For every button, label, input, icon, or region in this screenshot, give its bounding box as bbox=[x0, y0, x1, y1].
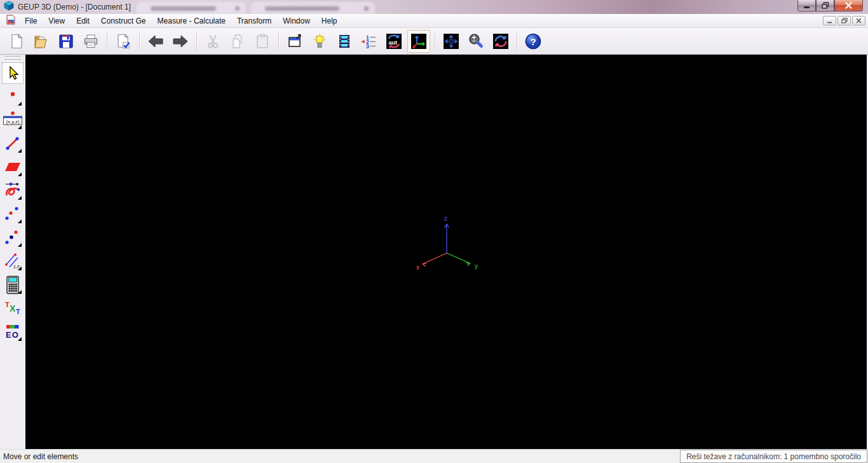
document-minimize-button[interactable] bbox=[823, 16, 836, 25]
zoom-view-button[interactable] bbox=[465, 30, 487, 53]
paste-button[interactable] bbox=[251, 30, 274, 53]
menu-bar: File View Edit Construct Ge Measure - Ca… bbox=[0, 14, 868, 28]
plane-tool-button[interactable] bbox=[2, 156, 24, 178]
document-restore-button[interactable] bbox=[837, 16, 851, 25]
new-document-button[interactable] bbox=[5, 30, 28, 53]
appearance-tool-button[interactable]: EO bbox=[2, 321, 24, 343]
menu-item-edit[interactable]: Edit bbox=[71, 15, 95, 27]
help-button[interactable]: ? bbox=[522, 30, 545, 53]
app-cube-icon bbox=[4, 1, 14, 13]
text-label-t1: T bbox=[5, 301, 10, 308]
window-title: GEUP 3D (Demo) - [Document 1] bbox=[18, 3, 131, 11]
hint-light-button[interactable] bbox=[308, 30, 331, 53]
menu-item-construct[interactable]: Construct Ge bbox=[95, 15, 152, 27]
x-axis bbox=[423, 253, 447, 266]
geup-3d-window: GEUP 3D (Demo) - [Document 1] bbox=[0, 0, 868, 463]
copy-button[interactable] bbox=[226, 30, 249, 53]
midpoint-tool-button[interactable] bbox=[2, 227, 24, 249]
print-button[interactable] bbox=[79, 30, 102, 53]
side-toolbar: (x,y,z) bbox=[0, 55, 25, 449]
curve-icon bbox=[4, 181, 22, 200]
film-strip-icon bbox=[336, 33, 353, 50]
document-close-button[interactable] bbox=[852, 16, 865, 25]
cut-scissors-icon bbox=[205, 33, 221, 50]
system-notification[interactable]: Reši težave z računalnikom: 1 pomembno s… bbox=[680, 450, 867, 463]
menu-item-help[interactable]: Help bbox=[316, 15, 343, 27]
blurred-tab-close-icon bbox=[235, 6, 240, 11]
undo-button[interactable] bbox=[144, 30, 167, 53]
measurement-lines-icon: 1.0 bbox=[4, 252, 22, 270]
calculator-tool-button[interactable] bbox=[2, 274, 24, 296]
close-button[interactable] bbox=[834, 0, 863, 11]
pan-arrows-icon bbox=[443, 33, 459, 50]
select-cursor-icon bbox=[5, 66, 20, 81]
light-bulb-icon bbox=[311, 33, 328, 50]
status-message: Move or edit elements bbox=[0, 452, 78, 461]
midpoint-points-icon bbox=[4, 229, 21, 247]
open-button[interactable] bbox=[30, 30, 53, 53]
point-tool-button[interactable] bbox=[2, 86, 24, 107]
restore-button[interactable] bbox=[816, 0, 834, 11]
minimize-icon bbox=[827, 18, 832, 24]
intersection-tool-button[interactable] bbox=[2, 204, 24, 225]
construction-protocol-button[interactable]: 1 2 3 bbox=[358, 30, 381, 53]
undo-arrow-icon bbox=[147, 33, 165, 50]
main-toolbar: 1 2 3 aut bbox=[0, 28, 868, 55]
restore-icon bbox=[822, 2, 829, 9]
text-tool-button[interactable]: T X T bbox=[2, 298, 24, 319]
appearance-icon: EO bbox=[4, 323, 22, 341]
copy-icon bbox=[229, 33, 246, 50]
point-icon bbox=[5, 89, 20, 104]
minimize-button[interactable] bbox=[797, 0, 816, 11]
paste-clipboard-icon bbox=[254, 33, 271, 50]
document-check-button[interactable] bbox=[112, 30, 135, 53]
cut-button[interactable] bbox=[201, 30, 224, 53]
menu-item-view[interactable]: View bbox=[43, 15, 71, 27]
toolbar-separator bbox=[107, 32, 107, 51]
menu-item-measure-calculate[interactable]: Measure - Calculate bbox=[152, 15, 231, 27]
toolbar-separator bbox=[517, 32, 517, 51]
main-area: (x,y,z) bbox=[0, 55, 868, 449]
question-glyph: ? bbox=[530, 36, 536, 46]
rotate-view-button[interactable] bbox=[489, 30, 512, 53]
calculator-icon bbox=[5, 275, 20, 294]
select-tool-button[interactable] bbox=[2, 62, 24, 84]
save-floppy-icon bbox=[58, 33, 74, 50]
auto-rotate-icon: aut bbox=[385, 32, 403, 50]
coordinate-axes: z x y bbox=[397, 214, 505, 296]
axes-view-button[interactable] bbox=[407, 30, 430, 53]
fit-window-button[interactable] bbox=[283, 30, 306, 53]
point-coordinates-icon: (x,y,z) bbox=[3, 111, 23, 130]
drawing-canvas[interactable]: z x y bbox=[25, 55, 867, 449]
animation-button[interactable] bbox=[333, 30, 356, 53]
menu-item-window[interactable]: Window bbox=[277, 15, 316, 27]
auto-animation-button[interactable]: aut bbox=[383, 30, 405, 53]
fit-window-icon bbox=[287, 33, 303, 50]
measurement-transfer-tool-button[interactable]: 1.0 bbox=[2, 251, 24, 272]
redo-arrow-icon bbox=[172, 33, 189, 50]
toolbar-grip-handle[interactable] bbox=[4, 56, 21, 60]
document-window-icon[interactable] bbox=[6, 15, 16, 27]
point-by-coordinates-tool-button[interactable]: (x,y,z) bbox=[2, 109, 24, 131]
z-axis bbox=[445, 224, 449, 253]
blurred-tab-title bbox=[151, 6, 216, 11]
redo-button[interactable] bbox=[169, 30, 192, 53]
menu-item-file[interactable]: File bbox=[19, 15, 43, 27]
open-folder-icon bbox=[33, 33, 50, 50]
menu-item-transform[interactable]: Transform bbox=[231, 15, 277, 27]
printer-icon bbox=[83, 33, 99, 50]
intersection-points-icon bbox=[4, 205, 21, 223]
toolbar-separator bbox=[139, 32, 140, 51]
save-button[interactable] bbox=[55, 30, 78, 53]
blurred-tab-close-icon bbox=[364, 6, 369, 11]
y-axis-label: y bbox=[475, 263, 478, 270]
toolbar-separator bbox=[278, 32, 279, 51]
curve-tool-button[interactable] bbox=[2, 180, 24, 202]
text-label-x: X bbox=[10, 303, 16, 314]
text-icon: T X T bbox=[4, 300, 22, 317]
pan-view-button[interactable] bbox=[440, 30, 463, 53]
measure-label: 1.0 bbox=[13, 265, 20, 269]
window-controls bbox=[797, 0, 863, 11]
document-check-icon bbox=[115, 33, 132, 50]
segment-tool-button[interactable] bbox=[2, 133, 24, 155]
